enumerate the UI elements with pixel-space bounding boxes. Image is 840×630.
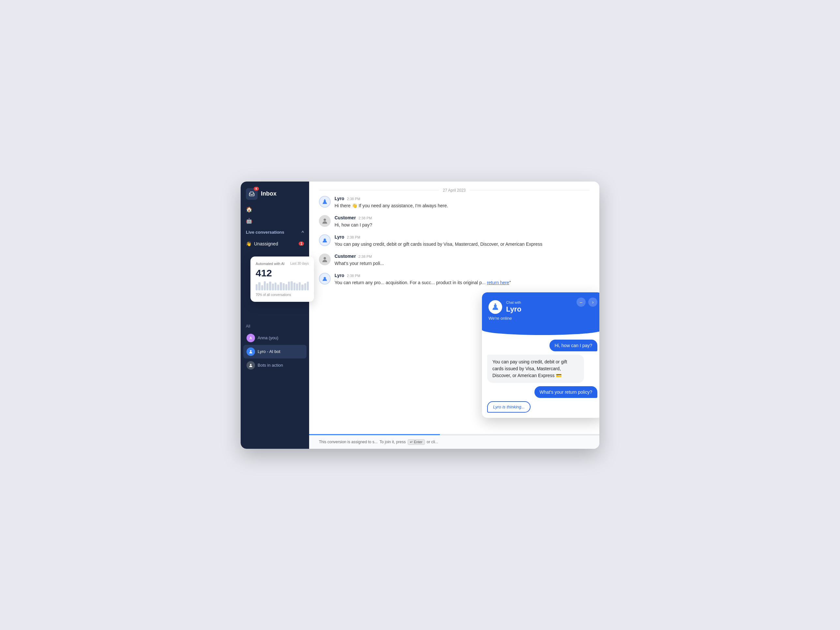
message-sender: Customer	[335, 254, 356, 259]
lyro-message-avatar	[319, 234, 331, 246]
message-row: Customer 2:38 PM Hi, how can I pay?	[319, 215, 590, 228]
bots-label: Bots in action	[257, 363, 283, 368]
message-header: Lyro 2:38 PM	[335, 273, 590, 278]
minimize-button[interactable]: –	[576, 298, 586, 307]
widget-bot-msg-1: You can pay using credit, debit or gift …	[487, 354, 584, 383]
ai-bar	[307, 282, 309, 290]
customer-avatar	[319, 215, 331, 227]
message-header: Lyro 2:38 PM	[335, 196, 590, 201]
chat-bottom-suffix: or cli...	[427, 439, 438, 444]
ai-card-footer: 70% of all conversations	[256, 293, 309, 296]
chat-date-divider: 27 April 2023	[309, 181, 599, 196]
lyro-widget-header: Chat with Lyro We're online – ›	[482, 292, 599, 330]
sidebar-item-lyro[interactable]: Lyro - AI bot	[243, 345, 306, 359]
message-time: 2:38 PM	[347, 197, 360, 201]
nav-home[interactable]: 🏠	[241, 204, 309, 215]
lyro-widget-name-block: Chat with Lyro	[506, 301, 521, 313]
chat-bottom-main: This conversion is assigned to s...	[319, 439, 377, 444]
home-icon: 🏠	[246, 206, 253, 213]
ai-card-period: Last 30 days	[290, 262, 309, 265]
lyro-message-avatar	[319, 273, 331, 285]
chat-bottom: This conversion is assigned to s... To j…	[309, 435, 599, 449]
inbox-icon-wrap: 6	[246, 188, 257, 200]
message-text: You can return any pro... acquisition. F…	[335, 279, 590, 286]
svg-rect-9	[495, 304, 496, 304]
chat-progress-fill	[309, 434, 440, 435]
anna-label: Anna (you)	[257, 335, 278, 340]
close-button[interactable]: ›	[588, 298, 597, 307]
unassigned-item[interactable]: 👋 Unassigned 1	[241, 238, 309, 250]
message-time: 2:38 PM	[347, 274, 360, 278]
message-text: Hi there 👋 If you need any assistance, I…	[335, 202, 590, 209]
ai-bar	[288, 282, 290, 290]
svg-point-0	[250, 350, 252, 352]
message-content: Lyro 2:38 PM You can return any pro... a…	[335, 273, 590, 286]
message-content: Customer 2:38 PM What's your return poli…	[335, 254, 590, 267]
live-conversations-label: Live conversations	[246, 230, 284, 235]
message-row: Lyro 2:38 PM You can pay using credit, d…	[319, 234, 590, 248]
message-text: What's your return poli...	[335, 260, 590, 267]
ai-card-top: Automated with AI Last 30 days	[256, 262, 309, 266]
chat-bottom-action: To join it, press	[380, 439, 406, 444]
sidebar: 6 Inbox 🏠 🤖 Live conversations ^ 👋 Unass…	[241, 181, 309, 449]
lyro-chat-widget: Chat with Lyro We're online – › Hi, how …	[482, 292, 599, 418]
ai-bar	[301, 285, 303, 290]
nav-bot[interactable]: 🤖	[241, 215, 309, 227]
bots-avatar	[246, 361, 255, 370]
sidebar-item-bots[interactable]: Bots in action	[243, 359, 306, 372]
message-sender: Lyro	[335, 196, 344, 201]
bot-icon: 🤖	[246, 218, 253, 224]
lyro-widget-body: Hi, how can I pay? You can pay using cre…	[482, 330, 599, 418]
return-link[interactable]: return here	[487, 280, 509, 285]
message-text: You can pay using credit, debit or gift …	[335, 241, 590, 248]
message-sender: Customer	[335, 215, 356, 220]
live-conversations-header: Live conversations ^	[241, 227, 309, 238]
ai-card-bars	[256, 281, 309, 290]
message-time: 2:38 PM	[358, 216, 372, 220]
ai-bar	[283, 283, 285, 290]
chat-bottom-text: This conversion is assigned to s... To j…	[319, 439, 590, 445]
wave-icon: 👋	[246, 241, 251, 246]
sidebar-header: 6 Inbox	[241, 181, 309, 204]
ai-bar	[256, 284, 257, 290]
lyro-bot-avatar	[488, 300, 502, 314]
ai-card-label: Automated with AI	[256, 262, 285, 266]
svg-point-4	[324, 218, 326, 220]
message-header: Customer 2:38 PM	[335, 254, 590, 259]
ai-bar	[258, 282, 260, 290]
message-header: Customer 2:38 PM	[335, 215, 590, 220]
message-row: Lyro 2:38 PM You can return any pro... a…	[319, 273, 590, 286]
svg-point-8	[494, 304, 497, 307]
chat-progress-bar	[309, 434, 599, 435]
unassigned-label: Unassigned	[254, 241, 278, 246]
ai-bar	[299, 282, 301, 290]
ai-bar	[261, 285, 263, 290]
message-row: Customer 2:38 PM What's your return poli…	[319, 254, 590, 267]
message-sender: Lyro	[335, 273, 344, 278]
lyro-widget-name: Lyro	[506, 305, 521, 313]
message-content: Lyro 2:38 PM You can pay using credit, d…	[335, 234, 590, 248]
sidebar-title: Inbox	[261, 191, 276, 197]
sidebar-item-anna[interactable]: A Anna (you)	[243, 331, 306, 345]
ai-bar	[267, 283, 268, 290]
lyro-widget-status: We're online	[488, 316, 596, 321]
enter-key-badge[interactable]: ↵ Enter	[407, 439, 425, 445]
app-window: 6 Inbox 🏠 🤖 Live conversations ^ 👋 Unass…	[241, 181, 599, 449]
ai-bar	[296, 284, 298, 290]
message-sender: Lyro	[335, 234, 344, 239]
widget-user-msg-2: What's your return policy?	[534, 386, 597, 398]
widget-user-msg-1: Hi, how can I pay?	[549, 340, 597, 351]
lyro-avatar	[246, 347, 255, 356]
message-row: Lyro 2:38 PM Hi there 👋 If you need any …	[319, 196, 590, 209]
ai-bar	[269, 282, 271, 290]
message-text: Hi, how can I pay?	[335, 222, 590, 228]
chat-date: 27 April 2023	[443, 188, 466, 193]
svg-point-1	[250, 364, 252, 365]
ai-bar	[304, 283, 306, 290]
ai-bar	[285, 284, 287, 290]
svg-rect-3	[324, 199, 325, 200]
message-header: Lyro 2:38 PM	[335, 234, 590, 239]
svg-point-6	[324, 257, 326, 259]
message-time: 2:38 PM	[347, 235, 360, 239]
lyro-widget-header-actions: – ›	[576, 298, 597, 307]
